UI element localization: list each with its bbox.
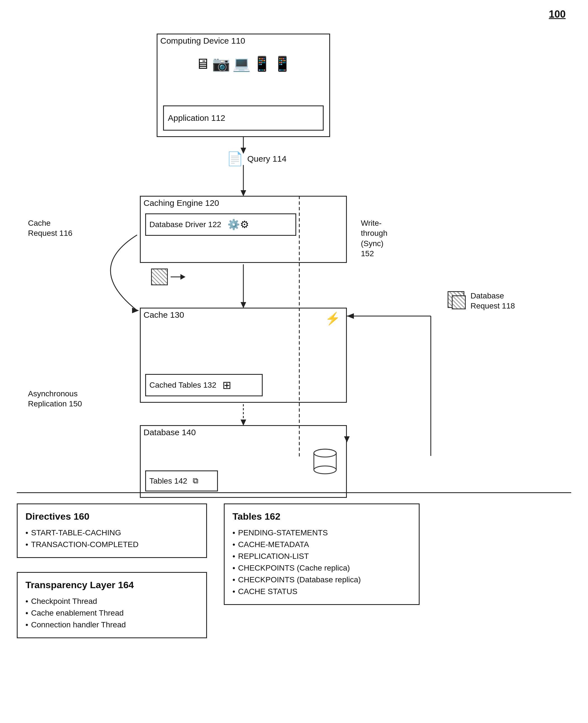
directives-title: Directives 160 xyxy=(25,511,198,522)
directive-item-1: START-TABLE-CACHING xyxy=(25,527,198,539)
caching-engine-box: Caching Engine 120 Database Driver 122 ⚙… xyxy=(140,196,347,263)
database-label: Database 140 xyxy=(141,426,346,439)
tables-label: Tables 142 xyxy=(146,476,190,486)
svg-marker-9 xyxy=(240,190,246,196)
database-box: Database 140 Tables 142 ⧉ xyxy=(140,425,347,498)
transparency-list: Checkpoint Thread Cache enablement Threa… xyxy=(25,595,198,631)
application-label: Application 112 xyxy=(164,113,229,123)
cache-hatch-icon xyxy=(151,269,171,288)
svg-marker-16 xyxy=(347,313,354,319)
svg-marker-13 xyxy=(132,308,139,313)
grid-icon: ⊞ xyxy=(223,379,231,391)
bottom-section: Directives 160 START-TABLE-CACHING TRANS… xyxy=(17,504,576,638)
transparency-item-3: Connection handler Thread xyxy=(25,619,198,631)
tables-item-2: CACHE-METADATA xyxy=(232,539,411,550)
db-request-hatch2 xyxy=(452,295,466,309)
tables-box: Tables 162 PENDING-STATEMENTS CACHE-META… xyxy=(224,504,420,605)
db-request-group: Database Request 118 xyxy=(447,291,515,311)
db-driver-label: Database Driver 122 xyxy=(146,220,225,229)
query-group: 📄 Query 114 xyxy=(227,151,287,167)
monitor-icon: 🖥 xyxy=(195,56,210,72)
tables-info-title: Tables 162 xyxy=(232,511,411,522)
directives-box: Directives 160 START-TABLE-CACHING TRANS… xyxy=(17,504,207,558)
transparency-title: Transparency Layer 164 xyxy=(25,579,198,591)
transparency-item-2: Cache enablement Thread xyxy=(25,607,198,619)
query-doc-icon: 📄 xyxy=(227,151,244,167)
directives-list: START-TABLE-CACHING TRANSACTION-COMPLETE… xyxy=(25,527,198,550)
cached-tables-subbox: Cached Tables 132 ⊞ xyxy=(145,374,263,396)
directive-item-2: TRANSACTION-COMPLETED xyxy=(25,539,198,550)
transparency-box: Transparency Layer 164 Checkpoint Thread… xyxy=(17,572,207,638)
phone2-icon: 📱 xyxy=(273,56,292,72)
phone-icon: 📱 xyxy=(253,56,271,72)
transparency-item-1: Checkpoint Thread xyxy=(25,595,198,607)
bottom-left: Directives 160 START-TABLE-CACHING TRANS… xyxy=(17,504,207,638)
copy-icon: ⧉ xyxy=(193,476,198,486)
tables-subbox: Tables 142 ⧉ xyxy=(145,470,218,491)
diagram-area: Computing Device 110 🖥 📷 💻 📱 📱 Applicati… xyxy=(0,17,588,459)
svg-marker-12 xyxy=(240,302,246,308)
tables-list: PENDING-STATEMENTS CACHE-METADATA REPLIC… xyxy=(232,527,411,597)
bolt-icon: ⚡ xyxy=(325,312,340,325)
cached-tables-label: Cached Tables 132 xyxy=(146,381,219,390)
laptop-icon: 💻 xyxy=(232,56,251,72)
gear-icon: ⚙️⚙ xyxy=(227,219,249,231)
divider xyxy=(17,492,571,493)
svg-point-4 xyxy=(314,466,336,474)
cache-label: Cache 130 xyxy=(141,309,346,321)
svg-marker-22 xyxy=(181,274,186,280)
writethrough-label: Write- through (Sync) 152 xyxy=(361,218,387,259)
device-icons: 🖥 📷 💻 📱 📱 xyxy=(163,48,324,79)
application-subbox: Application 112 xyxy=(163,105,324,131)
cache-request-label: Cache Request 116 xyxy=(28,218,72,239)
tables-item-4: CHECKPOINTS (Cache replica) xyxy=(232,562,411,574)
tables-item-1: PENDING-STATEMENTS xyxy=(232,527,411,539)
bolt-icon-group: ⚡ xyxy=(325,311,340,326)
cache-box: Cache 130 Cached Tables 132 ⊞ ⚡ xyxy=(140,308,347,403)
caching-engine-label: Caching Engine 120 xyxy=(141,197,346,210)
svg-marker-19 xyxy=(240,420,246,426)
tables-section: Tables 162 PENDING-STATEMENTS CACHE-META… xyxy=(224,504,420,638)
query-label: Query 114 xyxy=(247,154,287,164)
tables-item-5: CHECKPOINTS (Database replica) xyxy=(232,574,411,586)
tables-item-6: CACHE STATUS xyxy=(232,586,411,597)
computing-device-box: Computing Device 110 🖥 📷 💻 📱 📱 Applicati… xyxy=(156,34,330,137)
db-driver-subbox: Database Driver 122 ⚙️⚙ xyxy=(145,213,296,236)
async-rep-label: Asynchronous Replication 150 xyxy=(28,389,82,409)
camera-icon: 📷 xyxy=(212,56,230,72)
svg-point-5 xyxy=(314,449,336,457)
tables-item-3: REPLICATION-LIST xyxy=(232,550,411,562)
cylinder-icon xyxy=(313,447,338,475)
computing-device-label: Computing Device 110 xyxy=(158,35,329,47)
